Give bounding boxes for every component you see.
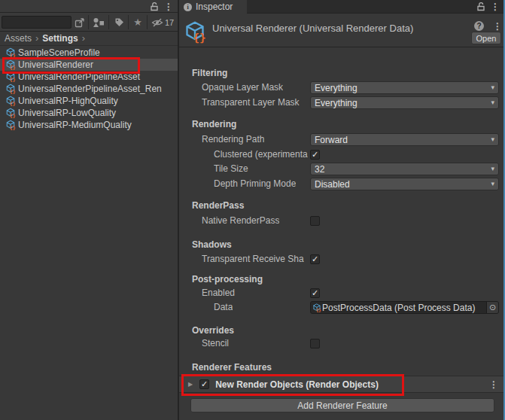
transparent-receive-shadows-checkbox[interactable]: ✓	[310, 254, 320, 264]
post-enabled-checkbox[interactable]: ✓	[310, 288, 320, 298]
asset-name: UniversalRP-LowQuality	[17, 108, 116, 118]
rendering-path-label: Rendering Path	[202, 133, 264, 146]
chevron-down-icon: ▾	[491, 166, 494, 172]
list-item[interactable]: UniversalRP-LowQuality	[0, 107, 178, 119]
section-overrides: Overrides	[192, 324, 234, 336]
inspector-panel: i Inspector ⋮ Universal Renderer (Univer…	[179, 0, 505, 420]
list-item[interactable]: UniversalRenderPipelineAsset	[0, 71, 178, 83]
project-browser-panel: ⋮ ★ 17	[0, 0, 178, 420]
hidden-packages-toggle[interactable]: 17	[148, 14, 177, 30]
asset-name: UniversalRP-MediumQuality	[17, 120, 132, 130]
depth-priming-mode-dropdown[interactable]: Disabled▾	[310, 178, 499, 190]
scriptable-object-icon	[184, 20, 206, 44]
section-shadows: Shadows	[192, 239, 232, 251]
tab-inspector[interactable]: i Inspector	[179, 0, 247, 14]
asset-name: UniversalRenderer	[17, 59, 93, 70]
project-panel-titlebar: ⋮	[0, 0, 178, 13]
section-renderer-features: Renderer Features	[192, 361, 272, 373]
inspector-tabbar: i Inspector ⋮	[179, 0, 505, 14]
tile-size-dropdown[interactable]: 32▾	[310, 163, 499, 175]
list-item[interactable]: UniversalRP-HighQuality	[0, 95, 178, 107]
transparent-layer-mask-dropdown[interactable]: Everything▾	[310, 96, 499, 109]
data-label: Data	[214, 301, 233, 314]
open-search-window-icon[interactable]	[72, 14, 87, 30]
lock-icon[interactable]	[150, 2, 159, 11]
asset-name: UniversalRenderPipelineAsset	[17, 72, 140, 82]
chevron-down-icon: ▾	[491, 84, 494, 91]
list-item[interactable]: UniversalRenderPipelineAsset_Ren	[0, 83, 178, 95]
rendering-path-dropdown[interactable]: Forward▾	[310, 133, 499, 146]
enabled-label: Enabled	[202, 287, 235, 300]
open-button[interactable]: Open	[471, 32, 501, 44]
tile-size-label: Tile Size	[214, 163, 248, 175]
foldout-arrow-icon[interactable]: ▶	[188, 381, 193, 388]
search-input[interactable]	[2, 16, 71, 29]
chevron-down-icon: ▾	[491, 99, 494, 106]
feature-name: New Render Objects (Render Objects)	[215, 379, 489, 390]
list-item[interactable]: SampleSceneProfile	[0, 47, 178, 59]
scriptable-object-icon	[5, 72, 16, 82]
eye-slash-icon	[151, 18, 163, 27]
opaque-layer-mask-label: Opaque Layer Mask	[202, 81, 283, 94]
toolbar-separator	[128, 15, 129, 29]
stencil-checkbox[interactable]: ✓	[310, 339, 320, 348]
page-title: Universal Renderer (Universal Renderer D…	[212, 23, 413, 34]
breadcrumb-assets[interactable]: Assets	[5, 33, 32, 44]
search-by-type-icon[interactable]	[90, 14, 108, 30]
project-toolbar: ★ 17	[0, 13, 178, 32]
chevron-down-icon: ▾	[491, 136, 494, 143]
favorites-star-icon[interactable]: ★	[129, 14, 146, 30]
search-by-label-icon[interactable]	[110, 14, 128, 30]
chevron-down-icon: ▾	[491, 181, 494, 187]
scriptable-object-icon	[5, 59, 16, 70]
transparent-layer-mask-label: Transparent Layer Mask	[202, 96, 300, 109]
native-renderpass-label: Native RenderPass	[202, 215, 279, 227]
asset-name: SampleSceneProfile	[17, 47, 100, 58]
toolbar-separator	[88, 15, 89, 29]
native-renderpass-checkbox[interactable]: ✓	[310, 216, 320, 226]
post-process-data-object-field[interactable]: PostProcessData (Post Process Data) ⊙	[310, 301, 499, 314]
unity-editor-window: ⋮ ★ 17	[0, 0, 505, 420]
breadcrumb-chevron-icon: ›	[35, 33, 38, 43]
scriptable-object-icon	[312, 303, 321, 312]
section-renderpass: RenderPass	[192, 199, 244, 212]
scriptable-object-icon	[5, 120, 16, 130]
asset-name: UniversalRP-HighQuality	[17, 96, 118, 106]
project-menu-kebab-icon[interactable]: ⋮	[164, 2, 173, 11]
section-post-processing: Post-processing	[192, 273, 263, 285]
scriptable-object-icon	[5, 47, 16, 58]
feature-kebab-icon[interactable]: ⋮	[489, 380, 498, 389]
scriptable-object-icon	[5, 108, 16, 118]
section-rendering: Rendering	[192, 118, 236, 130]
help-icon[interactable]: ?	[474, 21, 484, 31]
breadcrumb-chevron-icon: ›	[82, 33, 85, 43]
scriptable-object-icon	[5, 96, 16, 106]
scriptable-object-icon	[5, 84, 16, 94]
inspector-header: Universal Renderer (Universal Renderer D…	[179, 14, 505, 47]
object-picker-icon[interactable]: ⊙	[486, 302, 498, 313]
transparent-receive-shadows-label: Transparent Receive Sha	[202, 253, 304, 266]
list-item[interactable]: UniversalRP-MediumQuality	[0, 119, 178, 131]
info-icon: i	[184, 3, 192, 11]
tab-label: Inspector	[196, 2, 233, 12]
opaque-layer-mask-dropdown[interactable]: Everything▾	[310, 81, 499, 94]
section-filtering: Filtering	[192, 67, 227, 79]
lock-icon[interactable]	[476, 2, 485, 11]
toolbar-separator	[147, 15, 148, 29]
toolbar-separator	[108, 15, 109, 29]
add-renderer-feature-button[interactable]: Add Renderer Feature	[190, 398, 494, 412]
list-item[interactable]: UniversalRenderer	[0, 59, 178, 71]
renderer-feature-row[interactable]: ▶ ✓ New Render Objects (Render Objects) …	[179, 376, 505, 393]
clustered-label: Clustered (experimenta	[214, 148, 308, 161]
feature-enabled-checkbox[interactable]: ✓	[199, 379, 209, 389]
stencil-label: Stencil	[202, 337, 229, 350]
hidden-count: 17	[165, 18, 174, 27]
breadcrumb: Assets › Settings ›	[0, 32, 178, 46]
asset-name: UniversalRenderPipelineAsset_Ren	[17, 84, 162, 94]
depth-priming-mode-label: Depth Priming Mode	[214, 178, 296, 190]
clustered-checkbox[interactable]: ✓	[310, 150, 320, 160]
inspector-menu-kebab-icon[interactable]: ⋮	[491, 2, 500, 11]
asset-list: SampleSceneProfile UniversalRenderer Uni…	[0, 47, 178, 131]
header-kebab-icon[interactable]: ⋮	[493, 22, 502, 31]
breadcrumb-settings[interactable]: Settings	[42, 33, 78, 44]
